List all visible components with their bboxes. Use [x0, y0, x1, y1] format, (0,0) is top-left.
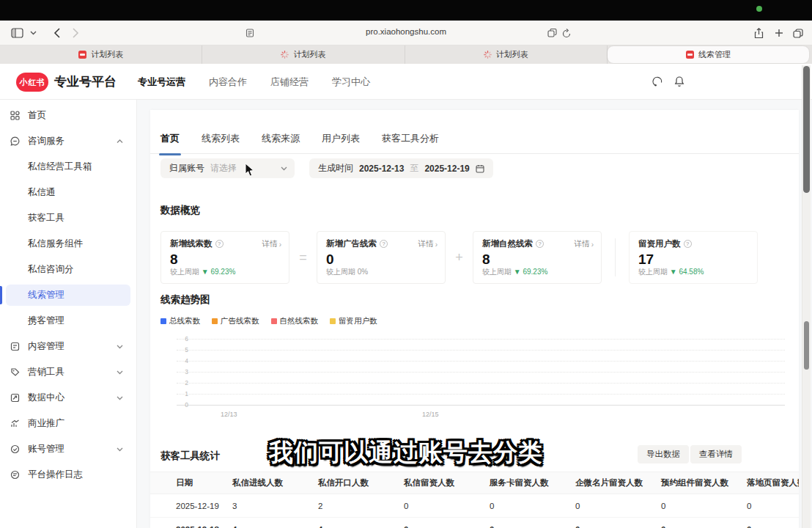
cell-value: 0 — [490, 525, 575, 528]
chevron-down-icon — [281, 166, 287, 171]
card-value: 0 — [326, 252, 436, 268]
sidebar-item-data-center[interactable]: 数据中心 — [0, 385, 136, 411]
table-row[interactable]: 2025-12-18 4 4 0 0 0 0 0 — [150, 518, 799, 528]
help-icon[interactable]: ? — [684, 240, 692, 248]
sidebar-item-content-management[interactable]: 内容管理 — [0, 334, 136, 359]
browser-tab-label: 计划列表 — [91, 49, 123, 60]
cell-value: 0 — [747, 502, 799, 510]
sidebar-item-label: 私信经营工具箱 — [28, 161, 92, 173]
sidebar-item-consult-service[interactable]: 咨询服务 — [0, 128, 136, 154]
nav-content-coop[interactable]: 内容合作 — [209, 76, 247, 89]
tab-home[interactable]: 首页 — [160, 132, 180, 147]
chevron-down-icon[interactable] — [25, 26, 41, 40]
copy-page-icon[interactable] — [544, 26, 560, 40]
bell-icon[interactable] — [673, 76, 687, 89]
card-value: 17 — [638, 252, 748, 268]
mouse-cursor — [245, 163, 255, 180]
browser-tab-label: 线索管理 — [698, 49, 731, 60]
account-select-label: 归属账号 — [169, 162, 204, 175]
help-icon[interactable]: ? — [215, 240, 224, 248]
legend-swatch — [330, 318, 336, 324]
table-header-row: 日期 私信进线人数 私信开口人数 私信留资人数 服务卡留资人数 企微名片留资人数… — [150, 472, 799, 494]
sidebar-item-dm-pass[interactable]: 私信通 — [0, 180, 136, 205]
tab-lead-list[interactable]: 线索列表 — [202, 132, 240, 147]
sidebar-item-marketing-tools[interactable]: 营销工具 — [0, 359, 136, 385]
share-icon[interactable] — [750, 26, 767, 40]
log-icon — [10, 470, 21, 480]
xiaohongshu-favicon — [686, 51, 694, 59]
chart-legend: 总线索数 广告线索数 自然线索数 留资用户数 — [160, 316, 377, 326]
cell-value: 0 — [404, 525, 490, 528]
filter-bar: 归属账号 请选择 生成时间 2025-12-13 至 2025-12-19 — [160, 158, 493, 178]
legend-total-leads[interactable]: 总线索数 — [160, 316, 200, 326]
detail-link[interactable]: 详情› — [262, 239, 281, 249]
nav-pro-operation[interactable]: 专业号运营 — [138, 76, 185, 89]
active-item-highlight — [6, 285, 130, 306]
sidebar-item-label: 商业推广 — [28, 417, 64, 430]
card-compare: 较上周期 ▼ 69.23% — [482, 267, 547, 277]
browser-tab-plan-1[interactable]: 计划列表 — [0, 45, 202, 64]
legend-retained-users[interactable]: 留资用户数 — [330, 316, 377, 326]
trend-chart: 6 5 4 3 2 1 0 12/13 12/15 — [160, 337, 788, 419]
col-header-wecom-retained: 企微名片留资人数 — [575, 477, 661, 488]
sidebar-item-guest-management[interactable]: 携客管理 — [0, 308, 136, 334]
help-icon[interactable]: ? — [536, 240, 544, 248]
xiaohongshu-logo[interactable]: 小红书 — [16, 73, 48, 92]
legend-swatch — [212, 318, 218, 324]
legend-organic-leads[interactable]: 自然线索数 — [271, 316, 319, 326]
nav-shop[interactable]: 店铺经营 — [270, 76, 309, 89]
scrollbar-thumb[interactable] — [803, 66, 810, 193]
url-bar[interactable]: pro.xiaohongshu.com — [333, 27, 479, 36]
col-header-dm-opened: 私信开口人数 — [318, 477, 404, 488]
detail-link[interactable]: 详情› — [575, 239, 594, 249]
tab-user-list[interactable]: 用户列表 — [322, 132, 360, 147]
browser-tab-plan-3[interactable]: 计划列表 — [405, 45, 608, 64]
screen: pro.xiaohongshu.com 计划列表 计划列表 — [0, 0, 812, 528]
sidebar-item-dm-service-component[interactable]: 私信服务组件 — [0, 231, 136, 257]
stats-table: 日期 私信进线人数 私信开口人数 私信留资人数 服务卡留资人数 企微名片留资人数… — [150, 472, 799, 528]
recording-indicator-dot — [756, 6, 762, 12]
scrollbar-thumb-secondary[interactable] — [804, 321, 809, 370]
table-row[interactable]: 2025-12-19 3 2 0 0 0 0 0 — [150, 494, 799, 518]
sidebar-item-dm-toolbox[interactable]: 私信经营工具箱 — [0, 154, 136, 180]
card-organic-leads: 新增自然线索? 详情› 8 较上周期 ▼ 69.23% — [473, 231, 602, 284]
sidebar-item-dm-consult-score[interactable]: 私信咨询分 — [0, 257, 136, 282]
detail-link[interactable]: 详情› — [418, 239, 438, 249]
forward-icon[interactable] — [67, 26, 84, 40]
tab-tool-analysis[interactable]: 获客工具分析 — [382, 132, 439, 147]
help-icon[interactable]: ? — [380, 240, 388, 248]
reload-icon[interactable] — [558, 26, 575, 40]
account-select[interactable]: 归属账号 请选择 — [160, 158, 295, 178]
sidebar-toggle-icon[interactable] — [9, 26, 25, 40]
sidebar-item-business-promotion[interactable]: 商业推广 — [0, 411, 136, 436]
col-header-date: 日期 — [176, 477, 232, 488]
sidebar-item-label: 平台操作日志 — [28, 469, 83, 481]
chevron-up-icon — [117, 139, 123, 144]
legend-ad-leads[interactable]: 广告线索数 — [212, 316, 259, 326]
browser-tab-label: 计划列表 — [496, 49, 528, 60]
card-title: 新增广告线索 — [326, 238, 377, 249]
cell-value: 0 — [747, 525, 799, 528]
nav-learning[interactable]: 学习中心 — [332, 76, 370, 89]
tab-overview-icon[interactable] — [790, 26, 806, 40]
browser-tab-leads-active[interactable]: 线索管理 — [608, 46, 809, 63]
content-tabs: 首页 线索列表 线索来源 用户列表 获客工具分析 — [150, 125, 799, 154]
date-range-picker[interactable]: 生成时间 2025-12-13 至 2025-12-19 — [309, 158, 493, 178]
cell-value: 0 — [404, 502, 490, 510]
new-tab-icon[interactable] — [771, 26, 787, 40]
sidebar-item-label: 咨询服务 — [28, 135, 64, 147]
browser-tab-plan-2[interactable]: 计划列表 — [202, 45, 405, 64]
x-axis-line: 0 — [177, 405, 785, 406]
back-icon[interactable] — [48, 26, 64, 40]
headset-icon[interactable] — [652, 76, 665, 89]
gridline: 6 — [177, 339, 785, 340]
reader-icon[interactable] — [242, 26, 258, 40]
browser-toolbar: pro.xiaohongshu.com — [0, 21, 812, 45]
gridline: 3 — [177, 372, 785, 373]
x-tick-label: 12/15 — [422, 411, 439, 418]
app-title: 专业号平台 — [54, 73, 117, 90]
sidebar-item-lead-management[interactable]: 线索管理 — [0, 282, 136, 308]
sidebar-item-acquisition-tools[interactable]: 获客工具 — [0, 205, 136, 231]
tab-lead-source[interactable]: 线索来源 — [262, 132, 300, 147]
sidebar-item-home[interactable]: 首页 — [0, 103, 136, 128]
